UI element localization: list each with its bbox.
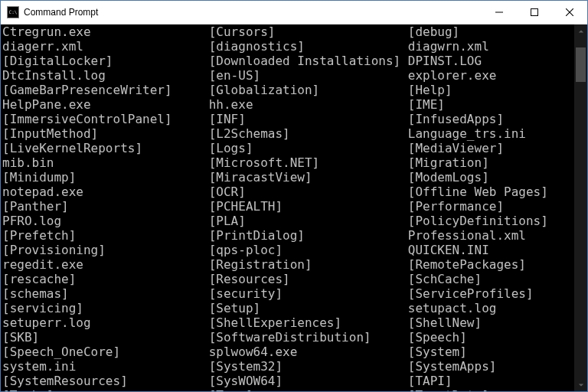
window: Command Prompt Ctregrun.exe [Cursors] [d…: [0, 0, 588, 392]
window-controls: [482, 1, 587, 24]
titlebar[interactable]: Command Prompt: [1, 1, 587, 24]
svg-rect-0: [531, 9, 538, 16]
close-button[interactable]: [552, 1, 587, 24]
vertical-scrollbar[interactable]: [574, 24, 587, 391]
client-area: Ctregrun.exe [Cursors] [debug] diagerr.x…: [1, 24, 587, 391]
scrollbar-thumb[interactable]: [576, 47, 586, 82]
scroll-down-button[interactable]: [574, 378, 587, 391]
minimize-button[interactable]: [482, 1, 517, 24]
scrollbar-track[interactable]: [574, 38, 587, 378]
scroll-up-button[interactable]: [574, 24, 587, 38]
maximize-button[interactable]: [517, 1, 552, 24]
window-title: Command Prompt: [24, 7, 482, 18]
terminal-output[interactable]: Ctregrun.exe [Cursors] [debug] diagerr.x…: [1, 24, 574, 391]
cmd-icon: [7, 6, 19, 18]
